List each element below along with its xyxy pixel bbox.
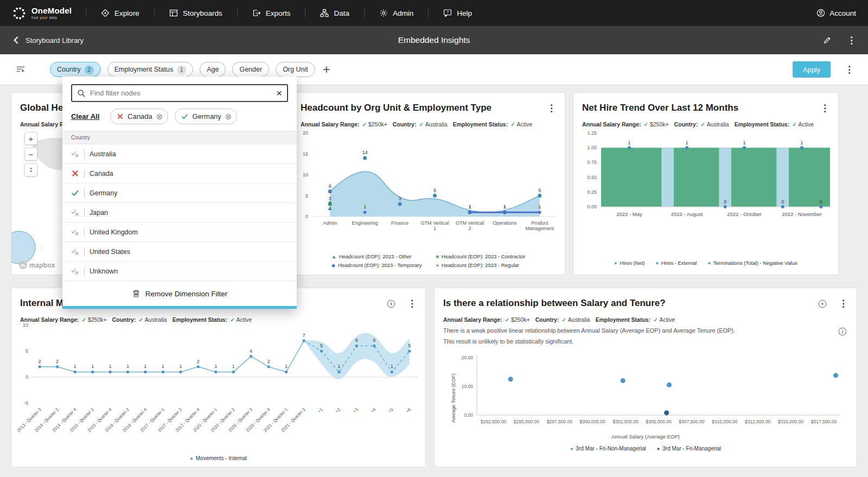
data-icon — [320, 9, 329, 17]
legend-item[interactable]: ●3rd Mar - Fri-Managerial — [657, 446, 721, 451]
hierarchy-bar — [84, 189, 85, 198]
svg-text:$305,000.00: $305,000.00 — [646, 419, 672, 424]
filter-node-label: Australia — [90, 150, 116, 158]
filter-search-box: × — [71, 84, 288, 102]
legend-item[interactable]: ◆Headcount (EOP): 2023 - Temporary — [331, 262, 422, 268]
selected-filter-chips: Canada⊗Germany⊗ — [110, 109, 237, 124]
hierarchy-bar — [84, 267, 85, 276]
svg-text:1: 1 — [685, 140, 688, 145]
brand-logo[interactable]: OneModel free your data — [12, 6, 72, 21]
svg-text:5: 5 — [25, 348, 28, 354]
primary-nav: ExploreStoryboardsExportsDataAdmin?Help — [86, 0, 487, 26]
filter-node-japan[interactable]: Japan — [62, 203, 297, 222]
svg-text:20: 20 — [303, 130, 308, 136]
legend-label: Headcount (EOP): 2023 - Temporary — [338, 262, 422, 268]
clear-search-icon[interactable]: × — [276, 88, 282, 98]
legend-item[interactable]: ●Terminations (Total) - Negative Value — [707, 260, 797, 266]
svg-text:+1: +1 — [317, 407, 324, 414]
filter-node-australia[interactable]: Australia — [62, 144, 297, 164]
svg-text:1: 1 — [179, 364, 182, 369]
svg-text:Admin: Admin — [323, 220, 337, 226]
card-kebab-icon[interactable]: ⋮ — [547, 104, 556, 113]
remove-dimension-filter-button[interactable]: Remove Dimension Filter — [62, 281, 297, 306]
header-kebab-icon[interactable]: ⋮ — [847, 36, 856, 45]
explore-icon — [101, 9, 110, 17]
card-filters: Annual Salary Range:✓$250k+Country:✓Aust… — [443, 316, 675, 323]
svg-text:1: 1 — [800, 140, 803, 145]
legend-marker: ◆ — [331, 263, 335, 268]
svg-text:+6: +6 — [405, 407, 412, 414]
filter-search-input[interactable] — [90, 89, 272, 97]
svg-text:1: 1 — [391, 364, 393, 369]
back-to-library-link[interactable]: Storyboard Library — [12, 36, 84, 44]
nav-item-explore[interactable]: Explore — [86, 0, 154, 26]
edit-pencil-icon[interactable] — [823, 36, 832, 44]
svg-text:Finance: Finance — [391, 220, 409, 226]
legend-item[interactable]: ■Headcount (EOP): 2023 - Contractor — [436, 253, 525, 259]
svg-text:1: 1 — [144, 364, 147, 369]
card-kebab-icon[interactable]: ⋮ — [820, 104, 829, 113]
legend-item[interactable]: ●3rd Mar - Fri-Non-Managerial — [570, 446, 646, 451]
account-button[interactable]: Account — [816, 9, 856, 17]
apply-button[interactable]: Apply — [793, 61, 831, 78]
nav-item-admin[interactable]: Admin — [365, 0, 428, 26]
filter-node-united-states[interactable]: United States — [62, 242, 297, 262]
selected-node-chip-canada[interactable]: Canada⊗ — [110, 109, 168, 124]
svg-text:$317,500.00: $317,500.00 — [811, 419, 837, 424]
chart-legend: ●Hires (Net)●Hires - External●Terminatio… — [573, 260, 838, 266]
svg-text:1: 1 — [538, 204, 541, 209]
filter-chip-age[interactable]: Age — [200, 62, 226, 77]
nav-item-label: Help — [457, 9, 472, 17]
insight-lightning-icon[interactable] — [387, 300, 395, 308]
filter-chip-country[interactable]: Country2 — [50, 62, 101, 77]
check-icon: ✓ — [561, 317, 566, 323]
info-icon[interactable] — [838, 327, 847, 336]
hierarchy-bar — [84, 247, 85, 256]
remove-chip-icon[interactable]: ⊗ — [156, 112, 163, 122]
filter-node-canada[interactable]: Canada — [62, 164, 297, 183]
insight-lightning-icon[interactable] — [818, 300, 827, 308]
filter-chip-org-unit[interactable]: Org Unit — [276, 62, 315, 77]
legend-item[interactable]: ●Hires (Net) — [614, 260, 644, 266]
map-compass-button[interactable] — [24, 163, 37, 176]
clear-all-link[interactable]: Clear All — [71, 112, 99, 120]
filter-node-unknown[interactable]: Unknown — [62, 262, 297, 281]
nav-item-data[interactable]: Data — [305, 0, 364, 26]
nav-item-exports[interactable]: Exports — [238, 0, 305, 26]
filter-chip-gender[interactable]: Gender — [232, 62, 269, 77]
exports-icon — [252, 9, 261, 17]
card-kebab-icon[interactable]: ⋮ — [407, 299, 417, 308]
onemodel-logo-icon — [12, 6, 27, 21]
svg-text:Engineering: Engineering — [352, 220, 378, 226]
hierarchy-bar — [84, 169, 85, 178]
legend-item[interactable]: ●Hires - External — [655, 260, 697, 266]
none-state-icon — [71, 150, 79, 158]
selected-node-chip-germany[interactable]: Germany⊗ — [175, 109, 237, 124]
remove-chip-icon[interactable]: ⊗ — [225, 112, 232, 122]
filter-node-united-kingdom[interactable]: United Kingdom — [62, 222, 297, 242]
filter-bar-kebab-icon[interactable]: ⋮ — [845, 65, 854, 74]
nav-item-storyboards[interactable]: Storyboards — [155, 0, 237, 26]
card-kebab-icon[interactable]: ⋮ — [839, 299, 848, 308]
add-filter-button[interactable]: + — [323, 63, 330, 76]
brand-tagline: free your data — [31, 16, 72, 20]
legend-item[interactable]: ▲Headcount (EOP): 2023 - Other — [331, 253, 422, 259]
filter-chip-employment-status[interactable]: Employment Status1 — [107, 62, 193, 77]
svg-text:20.00: 20.00 — [462, 355, 474, 360]
legend-marker: ● — [657, 446, 660, 451]
map-zoom-in-button[interactable]: + — [24, 132, 37, 145]
map-zoom-out-button[interactable]: − — [24, 148, 37, 161]
chip-label: Org Unit — [283, 66, 308, 73]
chart-legend: ●Movements - Internal — [11, 455, 425, 461]
svg-text:5: 5 — [408, 343, 411, 348]
filter-value: $250k+ — [511, 316, 530, 323]
filter-list-icon[interactable] — [16, 65, 25, 74]
filter-node-germany[interactable]: Germany — [62, 183, 297, 203]
legend-item[interactable]: ●Headcount (EOP): 2023 - Regular — [436, 262, 525, 268]
svg-text:6: 6 — [355, 338, 358, 343]
legend-item[interactable]: ●Movements - Internal — [190, 455, 246, 461]
help-icon: ? — [443, 9, 452, 17]
nav-item-help[interactable]: ?Help — [429, 0, 487, 26]
svg-text:0.00: 0.00 — [587, 204, 597, 209]
svg-text:+2: +2 — [335, 407, 342, 414]
